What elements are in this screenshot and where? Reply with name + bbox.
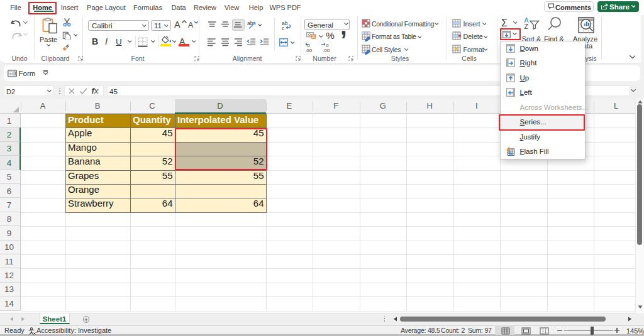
svg-text:.00: .00 bbox=[323, 48, 330, 53]
svg-text:.00: .00 bbox=[305, 48, 313, 53]
svg-text:Z: Z bbox=[525, 23, 529, 30]
